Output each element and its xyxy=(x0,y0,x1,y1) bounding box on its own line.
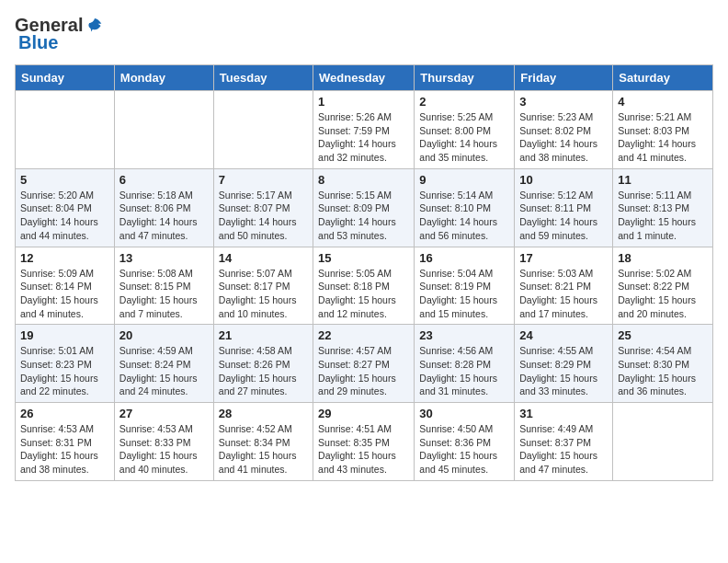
day-info: Sunrise: 5:17 AM Sunset: 8:07 PM Dayligh… xyxy=(219,189,308,243)
day-number: 5 xyxy=(20,173,109,187)
day-number: 16 xyxy=(419,251,509,265)
calendar-week-row: 26Sunrise: 4:53 AM Sunset: 8:31 PM Dayli… xyxy=(16,403,713,481)
day-number: 18 xyxy=(618,251,708,265)
day-number: 27 xyxy=(119,407,209,420)
day-number: 2 xyxy=(419,95,509,109)
day-number: 1 xyxy=(318,95,409,109)
day-info: Sunrise: 5:26 AM Sunset: 7:59 PM Dayligh… xyxy=(318,110,409,165)
day-info: Sunrise: 4:59 AM Sunset: 8:24 PM Dayligh… xyxy=(119,344,209,398)
day-info: Sunrise: 5:04 AM Sunset: 8:19 PM Dayligh… xyxy=(419,267,509,321)
calendar-week-row: 19Sunrise: 5:01 AM Sunset: 8:23 PM Dayli… xyxy=(16,325,713,403)
day-info: Sunrise: 5:12 AM Sunset: 8:11 PM Dayligh… xyxy=(519,189,608,243)
logo-blue-part: Blue xyxy=(15,32,58,53)
day-info: Sunrise: 4:55 AM Sunset: 8:29 PM Dayligh… xyxy=(519,344,608,398)
day-number: 24 xyxy=(519,328,608,342)
calendar-day-cell: 21Sunrise: 4:58 AM Sunset: 8:26 PM Dayli… xyxy=(213,325,313,403)
day-number: 22 xyxy=(318,328,409,342)
weekday-header: Thursday xyxy=(415,65,515,91)
calendar-day-cell: 23Sunrise: 4:56 AM Sunset: 8:28 PM Dayli… xyxy=(415,325,515,403)
logo-bird-icon xyxy=(85,16,105,36)
page-header: General Blue xyxy=(15,15,713,53)
day-number: 15 xyxy=(318,251,409,265)
calendar-day-cell: 11Sunrise: 5:11 AM Sunset: 8:13 PM Dayli… xyxy=(613,168,713,247)
day-info: Sunrise: 5:08 AM Sunset: 8:15 PM Dayligh… xyxy=(119,267,209,321)
calendar-day-cell xyxy=(114,91,213,169)
calendar-week-row: 5Sunrise: 5:20 AM Sunset: 8:04 PM Daylig… xyxy=(16,168,713,247)
day-info: Sunrise: 5:15 AM Sunset: 8:09 PM Dayligh… xyxy=(318,189,409,243)
day-number: 4 xyxy=(618,95,708,109)
day-number: 12 xyxy=(20,251,109,265)
day-number: 25 xyxy=(618,328,708,342)
calendar-day-cell: 25Sunrise: 4:54 AM Sunset: 8:30 PM Dayli… xyxy=(613,325,713,403)
day-number: 23 xyxy=(419,328,509,342)
day-info: Sunrise: 5:05 AM Sunset: 8:18 PM Dayligh… xyxy=(318,267,409,321)
day-number: 13 xyxy=(119,251,209,265)
day-info: Sunrise: 5:02 AM Sunset: 8:22 PM Dayligh… xyxy=(618,267,708,321)
day-info: Sunrise: 4:50 AM Sunset: 8:36 PM Dayligh… xyxy=(419,422,509,477)
calendar-day-cell xyxy=(213,91,313,169)
day-number: 28 xyxy=(219,407,308,420)
day-info: Sunrise: 4:58 AM Sunset: 8:26 PM Dayligh… xyxy=(219,344,308,398)
day-number: 31 xyxy=(519,407,608,420)
weekday-header: Wednesday xyxy=(313,65,415,91)
weekday-header: Monday xyxy=(114,65,213,91)
calendar-day-cell: 3Sunrise: 5:23 AM Sunset: 8:02 PM Daylig… xyxy=(515,91,613,169)
calendar-day-cell: 10Sunrise: 5:12 AM Sunset: 8:11 PM Dayli… xyxy=(515,168,613,247)
calendar: SundayMondayTuesdayWednesdayThursdayFrid… xyxy=(15,64,713,481)
day-info: Sunrise: 4:54 AM Sunset: 8:30 PM Dayligh… xyxy=(618,344,708,398)
weekday-header: Saturday xyxy=(613,65,713,91)
calendar-day-cell: 29Sunrise: 4:51 AM Sunset: 8:35 PM Dayli… xyxy=(313,403,415,481)
calendar-day-cell: 19Sunrise: 5:01 AM Sunset: 8:23 PM Dayli… xyxy=(16,325,115,403)
day-info: Sunrise: 5:09 AM Sunset: 8:14 PM Dayligh… xyxy=(20,267,109,321)
calendar-day-cell: 6Sunrise: 5:18 AM Sunset: 8:06 PM Daylig… xyxy=(114,168,213,247)
calendar-day-cell: 14Sunrise: 5:07 AM Sunset: 8:17 PM Dayli… xyxy=(213,247,313,325)
day-number: 30 xyxy=(419,407,509,420)
day-info: Sunrise: 5:18 AM Sunset: 8:06 PM Dayligh… xyxy=(119,189,209,243)
calendar-day-cell: 16Sunrise: 5:04 AM Sunset: 8:19 PM Dayli… xyxy=(415,247,515,325)
calendar-day-cell: 15Sunrise: 5:05 AM Sunset: 8:18 PM Dayli… xyxy=(313,247,415,325)
day-number: 11 xyxy=(618,173,708,187)
calendar-day-cell: 7Sunrise: 5:17 AM Sunset: 8:07 PM Daylig… xyxy=(213,168,313,247)
calendar-week-row: 1Sunrise: 5:26 AM Sunset: 7:59 PM Daylig… xyxy=(16,91,713,169)
day-number: 7 xyxy=(219,173,308,187)
calendar-day-cell: 2Sunrise: 5:25 AM Sunset: 8:00 PM Daylig… xyxy=(415,91,515,169)
calendar-header-row: SundayMondayTuesdayWednesdayThursdayFrid… xyxy=(16,65,713,91)
calendar-day-cell: 1Sunrise: 5:26 AM Sunset: 7:59 PM Daylig… xyxy=(313,91,415,169)
day-info: Sunrise: 4:53 AM Sunset: 8:33 PM Dayligh… xyxy=(119,422,209,477)
day-number: 6 xyxy=(119,173,209,187)
day-info: Sunrise: 5:23 AM Sunset: 8:02 PM Dayligh… xyxy=(519,110,608,165)
day-info: Sunrise: 4:56 AM Sunset: 8:28 PM Dayligh… xyxy=(419,344,509,398)
day-info: Sunrise: 4:49 AM Sunset: 8:37 PM Dayligh… xyxy=(519,422,608,477)
calendar-week-row: 12Sunrise: 5:09 AM Sunset: 8:14 PM Dayli… xyxy=(16,247,713,325)
day-info: Sunrise: 5:21 AM Sunset: 8:03 PM Dayligh… xyxy=(618,110,708,165)
day-number: 21 xyxy=(219,328,308,342)
calendar-day-cell: 31Sunrise: 4:49 AM Sunset: 8:37 PM Dayli… xyxy=(515,403,613,481)
day-number: 14 xyxy=(219,251,308,265)
day-info: Sunrise: 5:01 AM Sunset: 8:23 PM Dayligh… xyxy=(20,344,109,398)
calendar-day-cell: 17Sunrise: 5:03 AM Sunset: 8:21 PM Dayli… xyxy=(515,247,613,325)
day-info: Sunrise: 5:11 AM Sunset: 8:13 PM Dayligh… xyxy=(618,189,708,243)
calendar-day-cell: 9Sunrise: 5:14 AM Sunset: 8:10 PM Daylig… xyxy=(415,168,515,247)
day-number: 26 xyxy=(20,407,109,420)
calendar-day-cell: 5Sunrise: 5:20 AM Sunset: 8:04 PM Daylig… xyxy=(16,168,115,247)
calendar-day-cell: 13Sunrise: 5:08 AM Sunset: 8:15 PM Dayli… xyxy=(114,247,213,325)
day-number: 29 xyxy=(318,407,409,420)
calendar-day-cell: 27Sunrise: 4:53 AM Sunset: 8:33 PM Dayli… xyxy=(114,403,213,481)
day-info: Sunrise: 4:52 AM Sunset: 8:34 PM Dayligh… xyxy=(219,422,308,477)
weekday-header: Friday xyxy=(515,65,613,91)
calendar-day-cell: 8Sunrise: 5:15 AM Sunset: 8:09 PM Daylig… xyxy=(313,168,415,247)
day-number: 20 xyxy=(119,328,209,342)
calendar-day-cell: 22Sunrise: 4:57 AM Sunset: 8:27 PM Dayli… xyxy=(313,325,415,403)
day-number: 17 xyxy=(519,251,608,265)
calendar-day-cell: 20Sunrise: 4:59 AM Sunset: 8:24 PM Dayli… xyxy=(114,325,213,403)
day-number: 19 xyxy=(20,328,109,342)
day-info: Sunrise: 5:07 AM Sunset: 8:17 PM Dayligh… xyxy=(219,267,308,321)
day-info: Sunrise: 4:53 AM Sunset: 8:31 PM Dayligh… xyxy=(20,422,109,477)
calendar-day-cell xyxy=(613,403,713,481)
calendar-day-cell: 28Sunrise: 4:52 AM Sunset: 8:34 PM Dayli… xyxy=(213,403,313,481)
calendar-day-cell: 18Sunrise: 5:02 AM Sunset: 8:22 PM Dayli… xyxy=(613,247,713,325)
calendar-day-cell: 24Sunrise: 4:55 AM Sunset: 8:29 PM Dayli… xyxy=(515,325,613,403)
day-number: 9 xyxy=(419,173,509,187)
day-info: Sunrise: 5:20 AM Sunset: 8:04 PM Dayligh… xyxy=(20,189,109,243)
day-info: Sunrise: 5:03 AM Sunset: 8:21 PM Dayligh… xyxy=(519,267,608,321)
